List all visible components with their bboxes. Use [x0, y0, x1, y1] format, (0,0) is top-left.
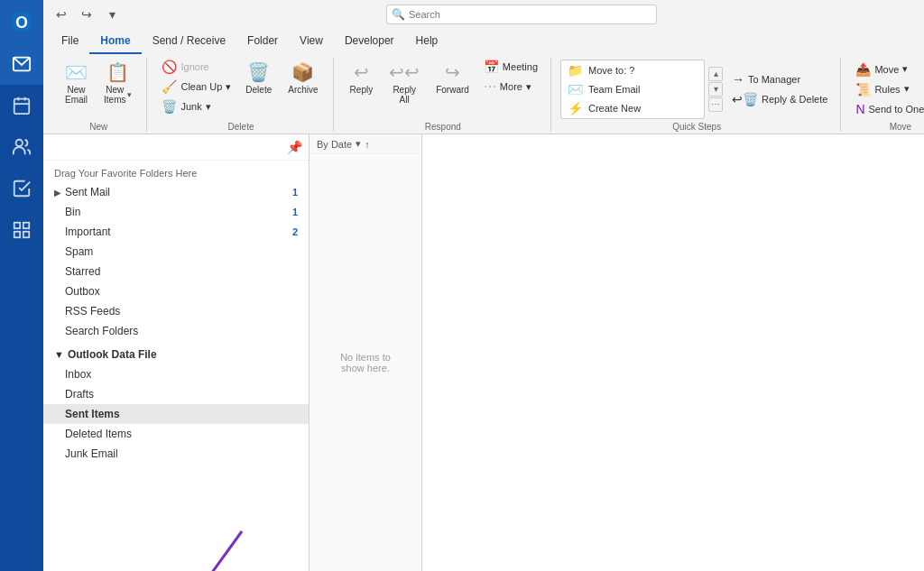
svg-rect-9	[23, 223, 29, 228]
folder-drafts[interactable]: Drafts	[43, 384, 309, 404]
ignore-button[interactable]: 🚫 Ignore	[156, 58, 236, 76]
qs-create-new[interactable]: ⚡ Create New	[562, 99, 703, 117]
ribbon-group-quick-steps: 📁 Move to: ? ✉️ Team Email ⚡ Create New	[553, 58, 841, 132]
move-arrow: ▾	[902, 63, 908, 75]
tab-folder[interactable]: Folder	[236, 29, 289, 54]
tab-file[interactable]: File	[51, 29, 89, 54]
folder-important[interactable]: Important 2	[43, 222, 309, 242]
tab-developer[interactable]: Developer	[334, 29, 405, 54]
archive-button[interactable]: 📦 Archive	[281, 58, 325, 98]
qs-team-label: Team Email	[588, 84, 640, 95]
new-items-label: NewItems	[104, 85, 125, 105]
tab-view[interactable]: View	[289, 29, 334, 54]
folder-deleted-items[interactable]: Deleted Items	[43, 424, 309, 444]
nav-people[interactable]	[0, 126, 43, 168]
rules-arrow: ▾	[904, 83, 910, 95]
folder-name-outbox: Outbox	[65, 285, 298, 298]
tab-home[interactable]: Home	[89, 29, 141, 54]
folder-spam[interactable]: Spam	[43, 242, 309, 262]
reply-label: Reply	[350, 85, 374, 95]
rules-button[interactable]: 📜 Rules ▾	[850, 80, 924, 98]
qs-to-manager-icon: →	[732, 72, 744, 87]
qs-to-manager[interactable]: → To Manager	[726, 70, 833, 88]
folder-sent-mail[interactable]: ▶ Sent Mail 1	[43, 182, 309, 202]
nav-mail[interactable]	[0, 43, 43, 85]
forward-button[interactable]: ↪ Forward	[429, 58, 476, 98]
folder-name-starred: Starred	[65, 265, 298, 278]
reply-all-label: ReplyAll	[393, 85, 416, 105]
send-onenote-button[interactable]: N Send to OneNote	[850, 100, 924, 118]
folder-inbox[interactable]: Inbox	[43, 364, 309, 384]
folder-rss[interactable]: RSS Feeds	[43, 301, 309, 321]
outlook-data-file-section[interactable]: ▼ Outlook Data File	[43, 341, 309, 364]
svg-rect-11	[23, 232, 29, 237]
left-navigation: O	[0, 0, 43, 571]
qs-reply-delete[interactable]: ↩🗑️ Reply & Delete	[726, 90, 833, 108]
qs-scroll-down[interactable]: ▾	[708, 82, 723, 97]
sort-dropdown-icon[interactable]: ▾	[356, 138, 361, 150]
qs-reply-delete-label: Reply & Delete	[762, 94, 827, 105]
reply-button[interactable]: ↩ Reply	[343, 58, 381, 98]
folder-bin[interactable]: Bin 1	[43, 202, 309, 222]
new-items-icon: 📋	[106, 61, 129, 83]
svg-rect-3	[14, 99, 30, 115]
move-button[interactable]: 📤 Move ▾	[850, 60, 924, 78]
undo-button[interactable]: ↩	[51, 4, 72, 25]
search-input[interactable]	[386, 5, 657, 24]
qs-move-to[interactable]: 📁 Move to: ?	[562, 61, 703, 79]
new-group-items: ✉️ NewEmail 📋 NewItems ▾	[58, 58, 139, 120]
move-label: Move	[874, 64, 899, 75]
folder-expand-icon: ▶	[54, 188, 65, 198]
folder-search[interactable]: Search Folders	[43, 321, 309, 341]
move-group-label: Move	[850, 120, 924, 132]
folder-junk-email[interactable]: Junk Email	[43, 444, 309, 464]
forward-label: Forward	[436, 85, 469, 95]
redo-button[interactable]: ↪	[76, 4, 97, 25]
sort-direction-icon[interactable]: ↑	[365, 139, 370, 150]
new-email-button[interactable]: ✉️ NewEmail	[58, 58, 95, 108]
favorites-label: Drag Your Favorite Folders Here	[43, 161, 309, 182]
qs-create-label: Create New	[588, 103, 641, 114]
nav-calendar[interactable]	[0, 85, 43, 126]
folder-sent-items[interactable]: Sent Items	[43, 404, 309, 424]
folder-name-sent-mail: Sent Mail	[65, 186, 292, 198]
rules-label: Rules	[874, 84, 900, 95]
folder-outbox[interactable]: Outbox	[43, 281, 309, 301]
folder-list: Drag Your Favorite Folders Here ▶ Sent M…	[43, 161, 309, 571]
tab-help[interactable]: Help	[405, 29, 449, 54]
cleanup-arrow: ▾	[226, 81, 231, 93]
delete-label: Delete	[245, 85, 272, 95]
nav-apps[interactable]	[0, 209, 43, 251]
more-icon: ⋯	[484, 79, 496, 94]
qs-more[interactable]: ⋯	[708, 97, 723, 112]
folder-starred[interactable]: Starred	[43, 262, 309, 281]
reply-all-button[interactable]: ↩↩ ReplyAll	[382, 58, 427, 108]
new-items-button[interactable]: 📋 NewItems ▾	[97, 58, 139, 108]
junk-button[interactable]: 🗑️ Junk ▾	[156, 97, 236, 115]
respond-group-items: ↩ Reply ↩↩ ReplyAll ↪ Forward 📅	[343, 58, 543, 120]
folder-name-drafts: Drafts	[65, 388, 298, 401]
delete-button[interactable]: 🗑️ Delete	[238, 58, 279, 98]
cleanup-button[interactable]: 🧹 Clean Up ▾	[156, 78, 236, 96]
delete-icon: 🗑️	[247, 61, 270, 83]
svg-rect-8	[14, 223, 20, 228]
more-label: More	[500, 81, 522, 92]
qs-scroll-up[interactable]: ▴	[708, 67, 723, 81]
more-button[interactable]: ⋯ More ▾	[478, 78, 543, 96]
main-area: ↩ ↪ ▾ 🔍 File Home Send / Receive Folder …	[43, 0, 924, 571]
archive-icon: 📦	[291, 61, 314, 83]
content-area: 📌 Drag Your Favorite Folders Here ▶ Sent…	[43, 134, 924, 571]
tab-send-receive[interactable]: Send / Receive	[142, 29, 236, 54]
ignore-label: Ignore	[180, 61, 208, 72]
folder-count-bin: 1	[292, 207, 298, 217]
pin-button[interactable]: 📌	[285, 138, 303, 156]
new-items-arrow: ▾	[127, 90, 132, 99]
respond-group-label: Respond	[343, 120, 543, 132]
qs-team-email[interactable]: ✉️ Team Email	[562, 80, 703, 98]
meeting-button[interactable]: 📅 Meeting	[478, 58, 543, 76]
sort-label[interactable]: By Date	[317, 139, 352, 150]
reply-all-icon: ↩↩	[389, 61, 420, 83]
respond-small-group: 📅 Meeting ⋯ More ▾	[478, 58, 543, 96]
quick-access-arrow[interactable]: ▾	[101, 4, 123, 25]
nav-tasks[interactable]	[0, 168, 43, 209]
